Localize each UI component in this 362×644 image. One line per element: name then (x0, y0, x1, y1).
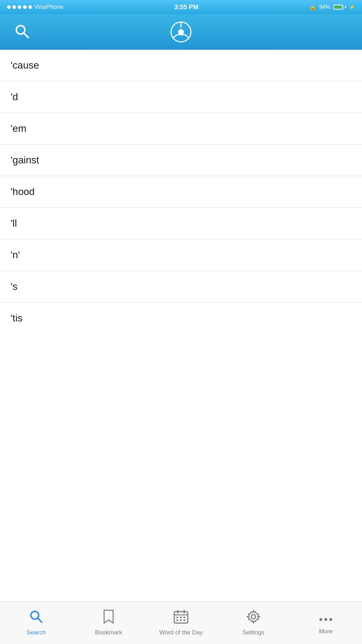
svg-point-19 (324, 618, 327, 621)
svg-line-6 (38, 618, 42, 622)
svg-line-1 (24, 33, 28, 38)
list-item[interactable]: 'tis (0, 303, 362, 334)
svg-rect-11 (176, 617, 178, 618)
battery-tip (345, 6, 346, 8)
word-of-day-nav-label: Word of the Day (159, 629, 203, 636)
list-item[interactable]: 'n' (0, 239, 362, 271)
status-right: 🔒 94% ⚡ (309, 4, 355, 11)
battery-percent: 94% (319, 4, 330, 10)
svg-rect-13 (183, 617, 185, 618)
list-item[interactable]: 'd (0, 81, 362, 113)
app-header (0, 14, 362, 50)
list-item[interactable]: 'gainst (0, 145, 362, 176)
charging-icon: ⚡ (349, 4, 355, 10)
svg-point-17 (251, 615, 256, 619)
lock-icon: 🔒 (309, 4, 316, 11)
svg-rect-12 (180, 617, 182, 618)
nav-search[interactable]: Search (0, 602, 72, 644)
battery-fill (334, 6, 341, 9)
status-left: VinaPhone (7, 4, 64, 11)
signal-dot-5 (28, 5, 32, 9)
list-item[interactable]: 'em (0, 113, 362, 145)
search-nav-icon (29, 610, 43, 627)
svg-rect-15 (180, 619, 182, 621)
nav-more[interactable]: More (290, 602, 362, 644)
signal-dot-3 (18, 5, 21, 9)
word-list-container: 'cause 'd 'em 'gainst 'hood 'll 'n' 's '… (0, 50, 362, 601)
svg-rect-14 (176, 619, 178, 621)
svg-point-18 (319, 618, 322, 621)
header-search-icon[interactable] (14, 23, 30, 40)
battery-body (333, 5, 343, 10)
word-list: 'cause 'd 'em 'gainst 'hood 'll 'n' 's '… (0, 50, 362, 334)
list-item[interactable]: 'hood (0, 176, 362, 208)
nav-bookmark[interactable]: Bookmark (72, 602, 145, 644)
list-item[interactable]: 'll (0, 208, 362, 239)
svg-point-20 (329, 618, 332, 621)
signal-dots (7, 5, 32, 9)
gear-nav-icon (246, 610, 260, 627)
signal-dot-4 (23, 5, 27, 9)
settings-nav-label: Settings (242, 629, 264, 636)
status-time: 3:55 PM (174, 4, 198, 11)
more-nav-icon (318, 611, 333, 626)
search-nav-label: Search (27, 629, 46, 636)
more-nav-label: More (319, 628, 333, 635)
carrier-name: VinaPhone (34, 4, 64, 11)
nav-word-of-day[interactable]: Word of the Day (145, 602, 217, 644)
list-item[interactable]: 'cause (0, 50, 362, 81)
svg-rect-16 (183, 619, 185, 621)
nav-settings[interactable]: Settings (217, 602, 290, 644)
list-item[interactable]: 's (0, 271, 362, 303)
calendar-nav-icon (174, 610, 188, 627)
status-bar: VinaPhone 3:55 PM 🔒 94% ⚡ (0, 0, 362, 14)
app-logo (170, 21, 192, 43)
bookmark-nav-label: Bookmark (95, 629, 122, 636)
bottom-nav: Search Bookmark Word of t (0, 601, 362, 644)
signal-dot-2 (12, 5, 16, 9)
signal-dot-1 (7, 5, 11, 9)
battery-icon (333, 5, 346, 10)
bookmark-nav-icon (102, 610, 115, 627)
